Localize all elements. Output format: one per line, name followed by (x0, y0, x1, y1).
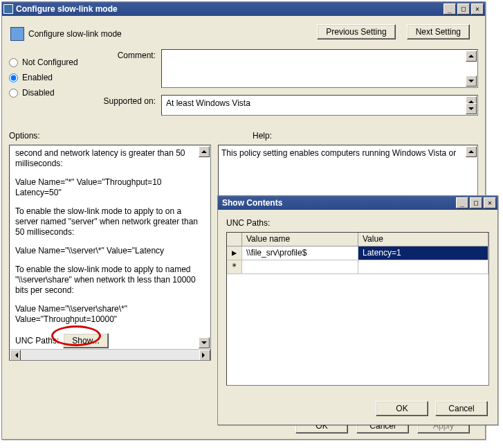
scroll-down-button[interactable] (466, 103, 477, 114)
supported-on-field: At least Windows Vista (161, 95, 478, 116)
comment-textarea[interactable] (161, 49, 478, 88)
minimize-button[interactable]: _ (456, 197, 468, 208)
grid-header: Value name Value (227, 233, 488, 247)
scroll-up-button[interactable] (199, 146, 210, 157)
ok-button[interactable]: OK (376, 401, 428, 416)
scroll-down-button[interactable] (199, 337, 210, 348)
value-cell[interactable]: Latency=1 (358, 247, 488, 260)
cancel-button[interactable]: Cancel (435, 401, 488, 416)
options-text: To enable the slow-link mode to apply to… (15, 265, 205, 296)
radio-not-configured[interactable]: Not Configured (9, 57, 99, 67)
unc-paths-label: UNC Paths: (15, 336, 59, 346)
unc-paths-grid[interactable]: Value name Value ▶ \\file_srv\profile$ L… (226, 232, 489, 386)
comment-label: Comment: (99, 49, 161, 88)
scroll-up-button[interactable] (466, 146, 477, 157)
policy-icon (10, 27, 24, 41)
radio-disabled[interactable]: Disabled (9, 88, 99, 98)
show-button[interactable]: Show... (63, 333, 108, 348)
options-label: Options: (9, 131, 253, 141)
minimize-button[interactable]: _ (443, 3, 456, 15)
scroll-left-button[interactable] (10, 350, 21, 361)
maximize-button[interactable]: □ (457, 3, 470, 15)
row-selector-header (227, 233, 242, 246)
radio-label: Disabled (22, 88, 55, 98)
value-name-header[interactable]: Value name (242, 233, 358, 246)
radio-enabled[interactable]: Enabled (9, 73, 99, 82)
titlebar[interactable]: Configure slow-link mode _ □ ✕ (2, 2, 485, 16)
grid-body: ▶ \\file_srv\profile$ Latency=1 * (227, 247, 488, 385)
supported-on-label: Supported on: (99, 95, 161, 116)
radio-label: Enabled (22, 73, 53, 82)
close-button[interactable]: ✕ (484, 197, 496, 208)
options-text: Value Name="\\server\*" Value="Latency (15, 246, 205, 256)
value-cell[interactable] (358, 260, 488, 274)
app-icon (3, 4, 13, 14)
heading-text: Configure slow-link mode (28, 29, 122, 39)
radio-label: Not Configured (22, 57, 78, 67)
scroll-up-button[interactable] (466, 51, 477, 62)
options-text: Value Name="\\server\share\*" Value="Thr… (15, 304, 205, 325)
options-text: second and network latency is greater th… (15, 148, 205, 169)
row-indicator: ▶ (227, 247, 242, 260)
previous-setting-button[interactable]: Previous Setting (317, 24, 395, 39)
new-row[interactable]: * (227, 260, 488, 274)
titlebar[interactable]: Show Contents _ □ ✕ (218, 196, 497, 210)
close-button[interactable]: ✕ (471, 3, 484, 15)
supported-on-value: At least Windows Vista (166, 98, 250, 108)
state-radio-group: Not Configured Enabled Disabled (9, 49, 99, 123)
maximize-button[interactable]: □ (470, 197, 482, 208)
value-name-cell[interactable] (242, 260, 358, 274)
value-name-cell[interactable]: \\file_srv\profile$ (242, 247, 358, 260)
window-title: Show Contents (219, 198, 455, 208)
show-contents-dialog: Show Contents _ □ ✕ UNC Paths: Value nam… (217, 195, 498, 425)
options-text: Value Name="*" Value="Throughput=10 Late… (15, 177, 205, 198)
options-text: To enable the slow-link mode to apply to… (15, 206, 205, 238)
window-title: Configure slow-link mode (16, 4, 442, 14)
next-setting-button[interactable]: Next Setting (407, 24, 470, 39)
table-row[interactable]: ▶ \\file_srv\profile$ Latency=1 (227, 247, 488, 260)
horizontal-scrollbar[interactable] (10, 349, 210, 360)
value-header[interactable]: Value (358, 233, 488, 246)
help-label: Help: (253, 131, 478, 141)
scroll-down-button[interactable] (466, 75, 477, 87)
row-indicator: * (227, 260, 242, 274)
unc-paths-label: UNC Paths: (226, 218, 489, 228)
help-text: This policy setting enables computers ru… (221, 148, 456, 158)
options-pane: second and network latency is greater th… (9, 145, 211, 361)
scroll-right-button[interactable] (199, 350, 210, 361)
scrollbar-track[interactable] (21, 350, 199, 360)
